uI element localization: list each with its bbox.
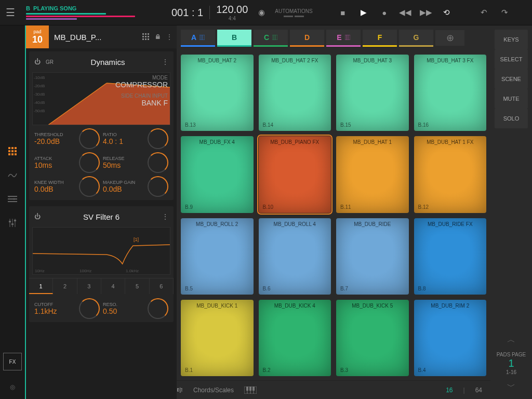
svg-rect-22	[148, 33, 149, 35]
bank-tab-F[interactable]: F	[363, 30, 397, 47]
pad-B-8[interactable]: MB_DUB_RIDE FXB.8	[414, 218, 487, 295]
svg-rect-45	[246, 387, 248, 391]
pads-view-icon[interactable]	[5, 144, 20, 158]
pad-B-13[interactable]: MB_DUB_HAT 2B.13	[181, 55, 254, 131]
solo-button[interactable]: SOLO	[495, 109, 528, 128]
pad-B-15[interactable]: MB_DUB_HAT 3B.15	[336, 55, 409, 131]
bank-tab-D[interactable]: D	[290, 30, 324, 47]
filter-tab-2[interactable]: 2	[53, 278, 77, 294]
pad-B-6[interactable]: MB_DUB_ROLL 4B.6	[259, 218, 331, 295]
pad-B-2[interactable]: MB_DUB_KICK 4B.2	[259, 300, 331, 376]
bank-tab-B[interactable]: B	[217, 30, 251, 47]
svg-point-12	[9, 196, 10, 197]
pad-B-5[interactable]: MB_DUB_ROLL 2B.5	[181, 218, 254, 295]
pad-B-14[interactable]: MB_DUB_HAT 2 FXB.14	[259, 55, 331, 131]
keys-button[interactable]: KEYS	[495, 30, 528, 49]
page-up-button[interactable]: ︿	[507, 335, 515, 345]
grid-icon[interactable]	[142, 33, 150, 41]
svg-rect-4	[11, 150, 14, 152]
knob-cutoff[interactable]: CUTOFF1.1kHz	[34, 298, 100, 319]
fx-panel-icon[interactable]: FX	[3, 353, 22, 370]
loop-button[interactable]: ⟲	[440, 5, 454, 20]
filter-tab-5[interactable]: 5	[125, 278, 149, 294]
svg-rect-20	[142, 33, 144, 35]
pad-B-16[interactable]: MB_DUB_HAT 3 FXB.16	[414, 55, 487, 131]
knob-knee-width[interactable]: KNEE WIDTH0.0dB	[34, 176, 100, 197]
filter-tab-4[interactable]: 4	[101, 278, 125, 294]
fx-name: Dynamics	[59, 58, 157, 66]
pad-B-11[interactable]: MB_DUB_HAT 1B.11	[336, 136, 409, 212]
forward-button[interactable]: ▶▶	[419, 5, 433, 20]
sequencer-view-icon[interactable]	[5, 192, 20, 206]
stop-button[interactable]: ■	[336, 5, 350, 20]
pad-B-3[interactable]: MB_DUB_KICK 5B.3	[336, 300, 409, 376]
pad-B-9[interactable]: MB_DUB_FX 4B.9	[181, 136, 254, 212]
filter-tab-1[interactable]: 1	[29, 278, 53, 294]
bank-tab-E[interactable]: E	[326, 30, 361, 47]
tuning-fork-icon[interactable]: 🎼︎	[177, 387, 183, 394]
svg-rect-35	[272, 35, 277, 40]
fx-more-icon[interactable]: ⋮	[162, 213, 168, 220]
song-bank: B	[26, 5, 30, 11]
pad-B-7[interactable]: MB_DUB_RIDEB.7	[336, 218, 409, 295]
settings-icon[interactable]: ◎	[5, 380, 20, 394]
svg-rect-46	[249, 387, 251, 391]
power-icon[interactable]: ⏻	[34, 213, 41, 220]
fx-name: SV Filter 6	[46, 212, 157, 221]
bank-tab-C[interactable]: C	[254, 30, 288, 47]
fx-more-icon[interactable]: ⋮	[162, 58, 168, 65]
pad-count-total[interactable]: 64	[475, 387, 490, 394]
knob-attack[interactable]: ATTACK10ms	[34, 152, 100, 173]
knob-makeup-gain[interactable]: MAKEUP GAIN0.0dB	[103, 176, 168, 197]
filter-tab-6[interactable]: 6	[150, 278, 174, 294]
lock-icon[interactable]: 🔒︎	[155, 33, 161, 41]
redo-button[interactable]: ↷	[498, 5, 512, 20]
select-button[interactable]: SELECT	[495, 49, 528, 69]
keyboard-icon[interactable]	[244, 387, 257, 394]
knob-threshold[interactable]: THRESHOLD-20.0dB	[34, 128, 100, 149]
pad-name[interactable]: MB_DUB_P...	[49, 33, 142, 42]
filter-graph[interactable]: [1] 10Hz 100Hz 1.0kHz	[32, 227, 170, 275]
bank-tab-A[interactable]: A	[181, 30, 215, 47]
svg-rect-1	[11, 147, 14, 149]
more-icon[interactable]: ⋮	[166, 33, 172, 41]
compressor-graph[interactable]: -10dB-20dB-30dB-40dB-50dB MODECOMPRESSOR…	[32, 72, 170, 125]
mute-button[interactable]: MUTE	[495, 89, 528, 109]
mixer-view-icon[interactable]	[5, 216, 20, 230]
tempo-display[interactable]: 120.004:4	[216, 4, 248, 21]
pad-B-12[interactable]: MB_DUB_HAT 1 FXB.12	[414, 136, 487, 212]
undo-button[interactable]: ↶	[477, 5, 491, 20]
menu-button[interactable]: ☰	[0, 6, 21, 19]
rewind-button[interactable]: ◀◀	[398, 5, 413, 20]
pad-B-10[interactable]: MB_DUB_PIANO FXB.10	[259, 136, 331, 212]
knob-release[interactable]: RELEASE50ms	[103, 152, 168, 173]
chords-scales-button[interactable]: Chords/Scales	[193, 387, 234, 394]
add-bank-button[interactable]: ⊕	[435, 30, 464, 46]
knob-reso.[interactable]: RESO.0.50	[103, 298, 168, 319]
automation-view-icon[interactable]	[5, 168, 20, 182]
svg-rect-28	[148, 38, 149, 40]
bank-tab-G[interactable]: G	[399, 30, 433, 47]
svg-rect-3	[8, 150, 10, 152]
play-button[interactable]: ▶	[356, 5, 371, 20]
pad-count-active[interactable]: 16	[446, 387, 453, 394]
svg-rect-32	[200, 35, 205, 40]
fx-panel-dynamics: ⏻ GR Dynamics ⋮ -10dB-20dB-30dB-40dB-50d…	[29, 51, 174, 200]
position-display[interactable]: 001 : 1	[171, 7, 203, 19]
svg-rect-18	[11, 223, 14, 225]
knob-ratio[interactable]: RATIO4.0 : 1	[103, 128, 168, 149]
metronome-icon[interactable]: ◉	[254, 5, 269, 20]
song-area[interactable]: B PLAYING SONG	[21, 5, 171, 21]
filter-tab-3[interactable]: 3	[77, 278, 101, 294]
svg-rect-11	[8, 201, 17, 202]
svg-rect-7	[11, 153, 14, 155]
page-down-button[interactable]: ﹀	[507, 381, 515, 392]
power-icon[interactable]: ⏻	[34, 58, 41, 65]
pad-B-1[interactable]: MB_DUB_KICK 1B.1	[181, 300, 254, 376]
pad-B-4[interactable]: MB_DUB_RIM 2B.4	[414, 300, 487, 376]
automations-label: AUTOMATIONS	[275, 8, 312, 17]
svg-rect-26	[142, 38, 144, 40]
svg-rect-8	[15, 153, 17, 155]
record-button[interactable]: ●	[377, 5, 392, 20]
scene-button[interactable]: SCENE	[495, 69, 528, 89]
